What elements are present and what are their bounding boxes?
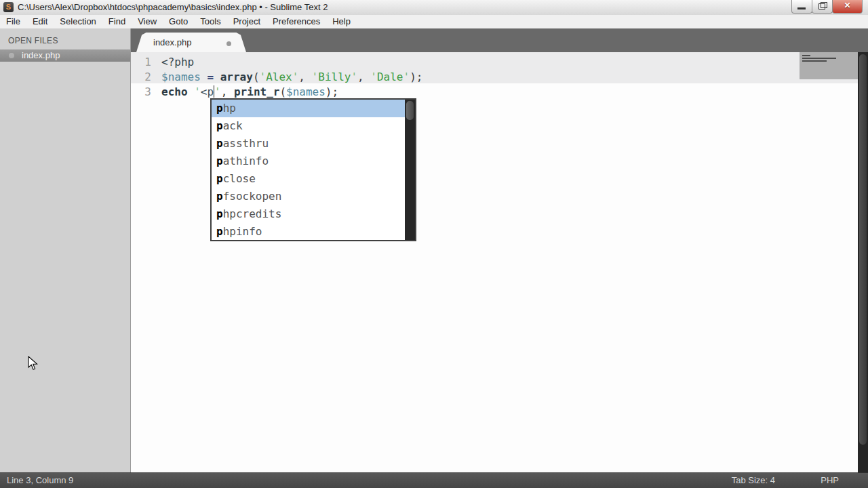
main-area: OPEN FILES index.php index.php 1<?php2$n…: [0, 28, 868, 472]
cursor-position-status: Line 3, Column 9: [7, 473, 73, 488]
open-file-label: index.php: [22, 50, 60, 60]
autocomplete-rest: fsockopen: [223, 190, 282, 203]
code-token: [214, 70, 220, 83]
open-file-row[interactable]: index.php: [0, 49, 130, 62]
autocomplete-rest: ack: [223, 119, 243, 132]
tab-size-status[interactable]: Tab Size: 4: [732, 473, 775, 488]
sidebar: OPEN FILES index.php: [0, 28, 131, 472]
line-number: 1: [131, 55, 151, 70]
code-token: ': [194, 85, 201, 98]
tab-index-php[interactable]: index.php: [136, 33, 246, 52]
autocomplete-rest: assthru: [223, 137, 269, 150]
menu-project[interactable]: Project: [227, 15, 267, 28]
menu-help[interactable]: Help: [326, 15, 357, 28]
autocomplete-item-pack[interactable]: pack: [212, 117, 415, 135]
autocomplete-item-phpcredits[interactable]: phpcredits: [212, 205, 415, 222]
editor-scrollbar-thumb[interactable]: [859, 54, 867, 445]
autocomplete-item-pclose[interactable]: pclose: [212, 170, 415, 188]
code-token: [188, 85, 195, 98]
code-token: (: [279, 85, 286, 98]
code-token: array: [220, 70, 253, 83]
menu-bar: FileEditSelectionFindViewGotoToolsProjec…: [0, 15, 868, 28]
autocomplete-prefix: p: [216, 102, 223, 115]
code-token: [201, 70, 208, 83]
code-token: (: [253, 70, 260, 83]
line-number: 3: [131, 85, 151, 100]
autocomplete-prefix: p: [216, 225, 223, 238]
code-line: 3echo '<p', print_r($names);: [131, 85, 809, 100]
autocomplete-item-pathinfo[interactable]: pathinfo: [212, 152, 415, 170]
window-title: C:\Users\Alex\Dropbox\htdocs\phpacademy\…: [18, 2, 328, 12]
code-token: ': [403, 70, 410, 83]
minimize-button[interactable]: [791, 0, 812, 14]
menu-edit[interactable]: Edit: [26, 15, 54, 28]
code-token: ': [260, 70, 267, 83]
code-token: ': [292, 70, 299, 83]
autocomplete-prefix: p: [216, 155, 223, 167]
title-bar: S C:\Users\Alex\Dropbox\htdocs\phpacadem…: [0, 0, 868, 16]
autocomplete-rest: hp: [223, 102, 236, 115]
code-token: echo: [161, 85, 188, 98]
restore-button[interactable]: [812, 0, 833, 14]
code-token: $names: [161, 70, 201, 83]
autocomplete-rest: hpinfo: [223, 225, 262, 238]
code-token: ': [370, 70, 377, 83]
code-token: Billy: [318, 70, 351, 83]
autocomplete-item-pfsockopen[interactable]: pfsockopen: [212, 187, 415, 205]
autocomplete-scrollbar-thumb[interactable]: [406, 101, 414, 120]
menu-goto[interactable]: Goto: [163, 15, 194, 28]
file-dot-icon: [9, 53, 14, 58]
line-number: 2: [131, 70, 151, 85]
autocomplete-popup: phppackpassthrupathinfopclosepfsockopenp…: [210, 98, 416, 241]
minimap-viewport[interactable]: [800, 52, 858, 79]
code-token: print_r: [234, 85, 279, 98]
autocomplete-item-phpinfo[interactable]: phpinfo: [212, 222, 415, 240]
menu-view[interactable]: View: [132, 15, 163, 28]
code-token: Dale: [377, 70, 403, 83]
menu-tools[interactable]: Tools: [194, 15, 226, 28]
code-area[interactable]: 1<?php2$names = array('Alex', 'Billy', '…: [131, 52, 868, 472]
sublime-window: S C:\Users\Alex\Dropbox\htdocs\phpacadem…: [0, 0, 868, 488]
autocomplete-prefix: p: [216, 137, 223, 150]
menu-find[interactable]: Find: [102, 15, 132, 28]
modified-dot-icon: [226, 41, 231, 46]
menu-file[interactable]: File: [0, 15, 26, 28]
autocomplete-rest: hpcredits: [223, 207, 282, 220]
code-token: );: [410, 70, 422, 83]
open-files-header: OPEN FILES: [0, 28, 130, 49]
status-bar: Line 3, Column 9 Tab Size: 4 PHP: [0, 472, 868, 488]
tab-bar: index.php: [131, 28, 868, 52]
autocomplete-prefix: p: [216, 190, 223, 203]
restore-icon: [818, 3, 825, 9]
autocomplete-scrollbar[interactable]: [405, 100, 415, 240]
code-token: =: [207, 70, 214, 83]
minimap[interactable]: [800, 52, 858, 472]
tab-label: index.php: [153, 37, 191, 47]
minimap-code-line: [802, 58, 836, 59]
autocomplete-item-php[interactable]: php: [212, 100, 415, 117]
window-controls: ✕: [792, 0, 863, 13]
code-token: <p: [201, 85, 214, 98]
editor-scrollbar[interactable]: [858, 52, 868, 472]
code-token: ,: [221, 85, 234, 98]
menu-preferences[interactable]: Preferences: [267, 15, 326, 28]
autocomplete-prefix: p: [216, 207, 223, 220]
code-line: 2$names = array('Alex', 'Billy', 'Dale')…: [131, 70, 809, 85]
autocomplete-rest: athinfo: [223, 155, 269, 167]
menu-selection[interactable]: Selection: [54, 15, 102, 28]
close-button[interactable]: ✕: [832, 0, 863, 14]
autocomplete-prefix: p: [216, 172, 223, 185]
minimap-code-line: [802, 55, 810, 56]
syntax-status[interactable]: PHP: [821, 473, 839, 488]
autocomplete-item-passthru[interactable]: passthru: [212, 135, 415, 152]
sublime-logo-icon: S: [3, 2, 14, 12]
code-lines: 1<?php2$names = array('Alex', 'Billy', '…: [131, 55, 809, 100]
code-token: $names: [286, 85, 326, 98]
code-token: ,: [357, 70, 370, 83]
code-token: ': [214, 85, 221, 98]
minimap-code-line: [802, 60, 827, 62]
editor: index.php 1<?php2$names = array('Alex', …: [131, 28, 868, 472]
code-token: );: [326, 85, 338, 98]
autocomplete-prefix: p: [216, 119, 223, 132]
mouse-cursor-icon: [28, 356, 39, 371]
